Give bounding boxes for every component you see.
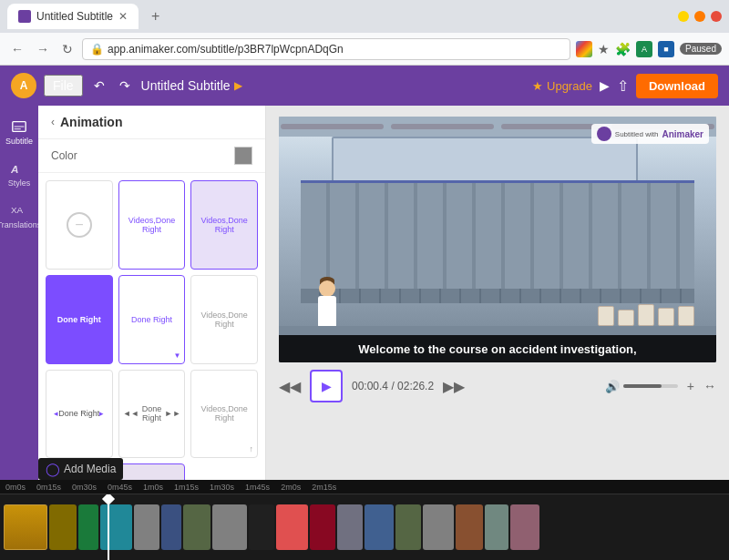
download-button[interactable]: Download — [636, 74, 718, 98]
anim-label-8: Videos,Done Right — [195, 404, 253, 423]
anim-item-3[interactable]: Done Right — [46, 275, 113, 364]
ext-star-icon[interactable]: ★ — [598, 42, 610, 56]
anim-none[interactable]: − — [46, 180, 113, 270]
clip-7[interactable] — [183, 504, 210, 550]
containers — [598, 304, 694, 326]
anim-item-6[interactable]: ◂ Done Right ▸ — [46, 370, 113, 459]
upgrade-label: Upgrade — [547, 79, 592, 93]
clip-17[interactable] — [485, 504, 508, 550]
container-5 — [678, 306, 694, 326]
clip-4[interactable] — [100, 504, 132, 550]
sidebar-item-styles[interactable]: A Styles — [2, 155, 36, 193]
marker-1: 0m15s — [31, 483, 67, 492]
anim-label-5: Videos,Done Right — [195, 311, 253, 329]
browser-tab[interactable]: Untitled Subtitle ✕ — [7, 4, 139, 29]
clip-11[interactable] — [310, 504, 335, 550]
subtitle-icon — [11, 118, 27, 135]
anim-item-2[interactable]: Videos,Done Right — [190, 180, 258, 270]
tab-close[interactable]: ✕ — [118, 10, 128, 23]
refresh-button[interactable]: ↻ — [58, 40, 77, 58]
volume-fill — [623, 384, 662, 388]
file-menu[interactable]: File — [44, 75, 83, 97]
clip-2[interactable] — [49, 504, 77, 550]
sidebar-item-subtitle[interactable]: Subtitle — [2, 113, 36, 151]
anim-item-7[interactable]: ◄◄ Done Right ►► — [118, 370, 186, 459]
machinery-top — [332, 137, 638, 186]
clip-3[interactable] — [78, 504, 98, 550]
play-preview-button[interactable]: ▶ — [600, 78, 610, 93]
plus-icon[interactable]: + — [687, 379, 694, 393]
ext-g-icon — [576, 41, 592, 57]
share-button[interactable]: ⇧ — [617, 77, 629, 95]
styles-label: Styles — [8, 178, 31, 188]
clip-18[interactable] — [510, 504, 539, 550]
anim-item-5[interactable]: Videos,Done Right — [190, 275, 258, 364]
timeline-playhead — [108, 494, 109, 560]
time-display: 00:00.4 / 02:26.2 — [352, 380, 434, 392]
forward-button[interactable]: → — [33, 40, 53, 58]
clip-8[interactable] — [212, 504, 247, 550]
color-label: Color — [51, 149, 77, 162]
back-arrow-icon[interactable]: ‹ — [51, 116, 55, 128]
left-arr-icon: ◄◄ — [123, 409, 139, 418]
clip-5[interactable] — [134, 504, 159, 550]
clip-9[interactable] — [249, 504, 274, 550]
address-bar[interactable]: 🔒 app.animaker.com/subtitle/p3BR7lpWcpnA… — [82, 38, 570, 60]
tab-favicon — [18, 10, 31, 23]
undo-button[interactable]: ↶ — [90, 75, 108, 97]
skip-forward-button[interactable]: ▶▶ — [443, 378, 465, 395]
clip-6[interactable] — [161, 504, 181, 550]
skip-back-button[interactable]: ◀◀ — [279, 378, 301, 395]
anim-item-1[interactable]: Videos,Done Right — [118, 180, 186, 270]
back-button[interactable]: ← — [7, 40, 27, 58]
clip-16[interactable] — [456, 504, 483, 550]
maximize-button[interactable] — [694, 11, 705, 22]
marker-2: 0m30s — [67, 483, 102, 492]
container-1 — [598, 306, 614, 326]
clips-container — [4, 503, 539, 552]
topbar-right: ★ Upgrade ▶ ⇧ Download — [532, 74, 718, 98]
play-button[interactable]: ▶ — [310, 370, 343, 402]
close-button[interactable] — [711, 11, 722, 22]
ext-paused: Paused — [680, 43, 722, 55]
ext-puzzle-icon[interactable]: 🧩 — [615, 42, 631, 56]
app: A File ↶ ↷ Untitled Subtitle ▶ ★ Upgrade… — [0, 66, 729, 560]
minimize-button[interactable] — [678, 11, 689, 22]
subtitle-text: Welcome to the course on accident invest… — [358, 342, 636, 356]
ext-blue-icon[interactable]: ■ — [658, 41, 674, 57]
clip-13[interactable] — [364, 504, 394, 550]
volume-control: 🔊 — [605, 380, 678, 393]
container-2 — [618, 310, 634, 326]
styles-icon: A — [11, 160, 27, 177]
anim-item-4[interactable]: Done Right ▼ — [118, 275, 186, 364]
lock-icon: 🔒 — [90, 43, 104, 56]
expand-button[interactable]: ↔ — [703, 379, 716, 393]
clip-1[interactable] — [4, 504, 47, 550]
sidebar-item-translations[interactable]: XA Translations — [2, 197, 36, 235]
watermark: Subtitled with Animaker — [591, 124, 709, 144]
timeline-ruler: 0m0s 0m15s 0m30s 0m45s 1m0s 1m15s 1m30s … — [0, 480, 729, 494]
volume-slider-bar[interactable] — [623, 384, 678, 388]
clip-15[interactable] — [423, 504, 454, 550]
pipe-3 — [501, 124, 604, 129]
none-circle: − — [67, 212, 92, 238]
anim-label-6: Done Right — [58, 409, 99, 418]
redo-button[interactable]: ↷ — [116, 75, 134, 97]
current-time: 00:00.4 — [352, 380, 388, 392]
clip-10[interactable] — [276, 504, 308, 550]
play-icon: ▶ — [322, 379, 332, 393]
color-picker[interactable] — [234, 147, 252, 165]
anim-item-8[interactable]: Videos,Done Right ↑ — [190, 370, 258, 459]
ext-green-icon[interactable]: A — [636, 41, 652, 57]
clip-12[interactable] — [337, 504, 363, 550]
panel-title: Animation — [60, 115, 122, 129]
character — [313, 264, 341, 328]
clip-14[interactable] — [395, 504, 421, 550]
anim-label-1: Videos,Done Right — [123, 216, 181, 234]
upgrade-button[interactable]: ★ Upgrade — [532, 79, 592, 93]
new-tab-button[interactable]: + — [146, 8, 165, 25]
add-media-label: Add Media — [64, 463, 116, 475]
add-media-button[interactable]: ◯ Add Media — [38, 458, 123, 480]
topbar: A File ↶ ↷ Untitled Subtitle ▶ ★ Upgrade… — [0, 66, 729, 106]
pipe-1 — [281, 124, 384, 129]
